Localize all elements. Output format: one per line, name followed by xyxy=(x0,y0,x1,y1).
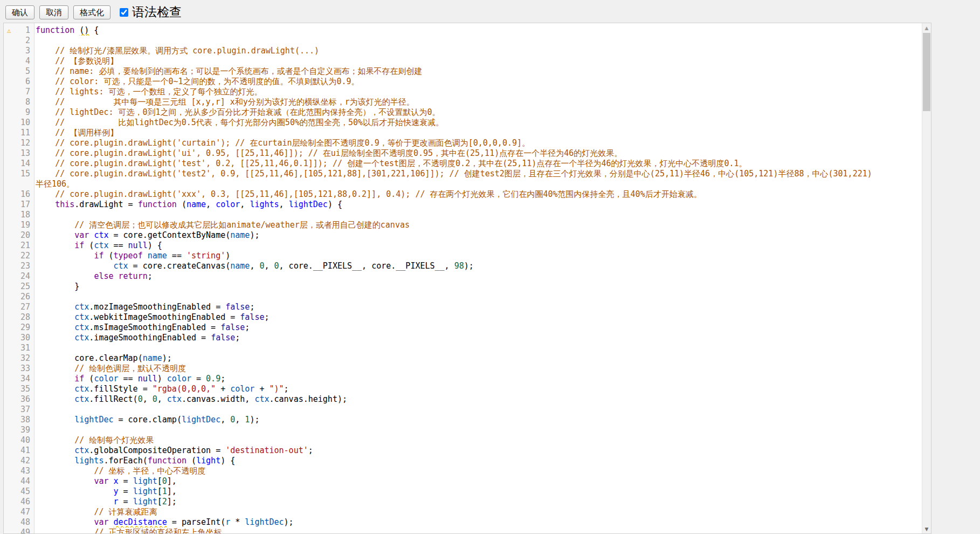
code-line[interactable]: 25 } xyxy=(4,282,922,292)
code-line[interactable]: 35 ctx.fillStyle = "rgba(0,0,0," + color… xyxy=(4,384,922,394)
gutter-marker xyxy=(4,97,15,107)
code-line[interactable]: 46 r = light[2]; xyxy=(4,497,922,507)
code-line[interactable]: 49 // 正方形区域的直径和左上角坐标 xyxy=(4,528,922,533)
code-text: if (ctx == null) { xyxy=(36,241,922,251)
format-button[interactable]: 格式化 xyxy=(73,5,111,19)
gutter-marker xyxy=(4,66,15,77)
code-editor[interactable]: ⚠1function () {23 // 绘制灯光/漆黑层效果。调用方式 cor… xyxy=(3,23,931,534)
code-line[interactable]: 13 // core.plugin.drawLight('ui', 0.95, … xyxy=(4,148,922,159)
gutter-marker xyxy=(4,497,15,507)
code-line[interactable]: 43 // 坐标，半径，中心不透明度 xyxy=(4,466,922,476)
line-number: 3 xyxy=(15,46,36,56)
gutter-marker xyxy=(4,107,15,118)
code-line[interactable]: 5 // name: 必填，要绘制到的画布名；可以是一个系统画布，或者是个自定义… xyxy=(4,66,922,77)
gutter-marker xyxy=(4,36,15,46)
code-text: r = light[2]; xyxy=(36,497,922,507)
code-line[interactable]: 33 // 绘制色调层，默认不透明度 xyxy=(4,364,922,374)
gutter-marker xyxy=(4,128,15,138)
code-line[interactable]: 9 // lightDec: 可选，0到1之间，光从多少百分比才开始衰减（在此范… xyxy=(4,107,922,118)
code-line[interactable]: 2 xyxy=(4,36,922,46)
line-number: 15 xyxy=(15,169,36,179)
gutter-marker xyxy=(4,528,15,533)
code-line[interactable]: ⚠1function () { xyxy=(4,25,922,36)
code-line[interactable]: 39 xyxy=(4,425,922,435)
syntax-check-checkbox[interactable] xyxy=(120,8,128,17)
confirm-button[interactable]: 确认 xyxy=(5,5,34,19)
code-line[interactable]: 18 xyxy=(4,210,922,220)
line-number: 19 xyxy=(15,220,36,230)
code-line[interactable]: 30 ctx.imageSmoothingEnabled = false; xyxy=(4,333,922,343)
scrollbar-thumb[interactable] xyxy=(923,33,930,111)
gutter-marker xyxy=(4,251,15,261)
gutter-marker xyxy=(4,241,15,251)
gutter-marker xyxy=(4,282,15,292)
gutter-marker xyxy=(4,169,15,179)
code-line[interactable]: 44 var x = light[0], xyxy=(4,476,922,487)
code-line[interactable]: 8 // 其中每一项是三元组 [x,y,r] x和y分别为该灯光的横纵坐标，r为… xyxy=(4,97,922,107)
vertical-scrollbar[interactable]: ▲ ▼ xyxy=(922,23,931,533)
code-text: // core.plugin.drawLight('curtain'); // … xyxy=(36,138,922,148)
toolbar: 确认 取消 格式化 语法检查 xyxy=(0,0,980,23)
code-line[interactable]: 6 // color: 可选，只能是一个0~1之间的数，为不透明度的值。不填则默… xyxy=(4,77,922,87)
gutter-marker xyxy=(4,220,15,230)
code-line[interactable]: 21 if (ctx == null) { xyxy=(4,241,922,251)
code-line[interactable]: 11 // 【调用样例】 xyxy=(4,128,922,138)
code-line[interactable]: 29 ctx.msImageSmoothingEnabled = false; xyxy=(4,323,922,333)
syntax-check-toggle[interactable]: 语法检查 xyxy=(120,4,182,20)
line-number: 48 xyxy=(15,517,36,528)
code-line[interactable]: 20 var ctx = core.getContextByName(name)… xyxy=(4,230,922,241)
code-line[interactable]: 28 ctx.webkitImageSmoothingEnabled = fal… xyxy=(4,312,922,323)
code-line[interactable]: 17 this.drawLight = function (name, colo… xyxy=(4,200,922,210)
code-line[interactable]: 4 // 【参数说明】 xyxy=(4,56,922,66)
code-text xyxy=(36,36,922,46)
code-line[interactable]: 48 var decDistance = parseInt(r * lightD… xyxy=(4,517,922,528)
code-line[interactable]: 3 // 绘制灯光/漆黑层效果。调用方式 core.plugin.drawLig… xyxy=(4,46,922,56)
scroll-down-button[interactable]: ▼ xyxy=(922,524,931,533)
code-line[interactable]: 10 // 比如lightDec为0.5代表，每个灯光部分内圈50%的范围全亮，… xyxy=(4,118,922,128)
code-text: // 【调用样例】 xyxy=(36,128,922,138)
gutter-marker xyxy=(4,487,15,497)
gutter-marker xyxy=(4,456,15,466)
code-text: var x = light[0], xyxy=(36,476,922,487)
code-line[interactable]: 31 xyxy=(4,343,922,353)
gutter-marker xyxy=(4,87,15,97)
code-line[interactable]: 36 ctx.fillRect(0, 0, ctx.canvas.width, … xyxy=(4,394,922,405)
code-line[interactable]: 32 core.clearMap(name); xyxy=(4,353,922,364)
code-text: ctx.msImageSmoothingEnabled = false; xyxy=(36,323,922,333)
code-line[interactable]: 26 xyxy=(4,292,922,302)
code-line[interactable]: 14 // core.plugin.drawLight('test', 0.2,… xyxy=(4,159,922,169)
code-line[interactable]: 45 y = light[1], xyxy=(4,487,922,497)
code-line[interactable]: 22 if (typeof name == 'string') xyxy=(4,251,922,261)
code-line[interactable]: 15 // core.plugin.drawLight('test2', 0.9… xyxy=(4,169,922,179)
code-lines[interactable]: ⚠1function () {23 // 绘制灯光/漆黑层效果。调用方式 cor… xyxy=(4,25,922,533)
scroll-up-button[interactable]: ▲ xyxy=(922,23,931,32)
code-line[interactable]: 12 // core.plugin.drawLight('curtain'); … xyxy=(4,138,922,148)
cancel-button[interactable]: 取消 xyxy=(39,5,68,19)
code-line[interactable]: 16 // core.plugin.drawLight('xxx', 0.3, … xyxy=(4,189,922,200)
line-number: 13 xyxy=(15,148,36,159)
code-text: // name: 必填，要绘制到的画布名；可以是一个系统画布，或者是个自定义画布… xyxy=(36,66,922,77)
code-line[interactable]: 23 ctx = core.createCanvas(name, 0, 0, c… xyxy=(4,261,922,271)
code-text xyxy=(36,292,922,302)
code-line[interactable]: 37 xyxy=(4,405,922,415)
code-line[interactable]: 19 // 清空色调层；也可以修改成其它层比如animate/weather层，… xyxy=(4,220,922,230)
triangle-up-icon: ▲ xyxy=(925,25,929,31)
code-line[interactable]: 24 else return; xyxy=(4,271,922,282)
code-line[interactable]: 半径106。 xyxy=(4,179,922,189)
code-text: ctx.fillRect(0, 0, ctx.canvas.width, ctx… xyxy=(36,394,922,405)
code-text: // 比如lightDec为0.5代表，每个灯光部分内圈50%的范围全亮，50%… xyxy=(36,118,922,128)
code-line[interactable]: 40 // 绘制每个灯光效果 xyxy=(4,435,922,446)
line-number: 34 xyxy=(15,374,36,384)
code-line[interactable]: 47 // 计算衰减距离 xyxy=(4,507,922,517)
code-line[interactable]: 42 lights.forEach(function (light) { xyxy=(4,456,922,466)
gutter-marker xyxy=(4,374,15,384)
code-line[interactable]: 7 // lights: 可选，一个数组，定义了每个独立的灯光。 xyxy=(4,87,922,97)
code-line[interactable]: 38 lightDec = core.clamp(lightDec, 0, 1)… xyxy=(4,415,922,425)
line-number xyxy=(15,179,36,189)
code-text: lights.forEach(function (light) { xyxy=(36,456,922,466)
gutter-marker xyxy=(4,56,15,66)
code-line[interactable]: 41 ctx.globalCompositeOperation = 'desti… xyxy=(4,446,922,456)
code-line[interactable]: 34 if (color == null) color = 0.9; xyxy=(4,374,922,384)
code-line[interactable]: 27 ctx.mozImageSmoothingEnabled = false; xyxy=(4,302,922,312)
code-text: 半径106。 xyxy=(36,179,922,189)
